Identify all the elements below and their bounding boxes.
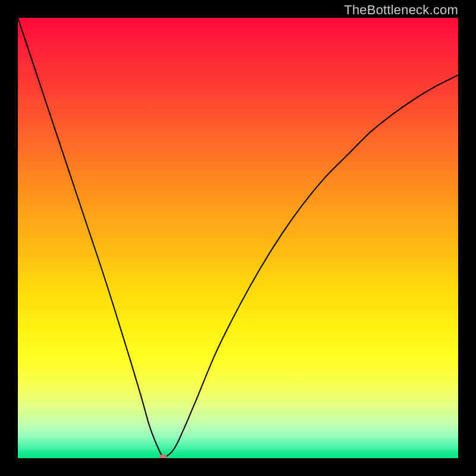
optimum-marker: [159, 454, 167, 458]
curve-layer: [18, 18, 458, 458]
watermark-text: TheBottleneck.com: [344, 2, 458, 18]
chart-frame: TheBottleneck.com: [0, 0, 476, 476]
bottleneck-curve: [18, 18, 458, 458]
plot-area: [18, 18, 458, 458]
